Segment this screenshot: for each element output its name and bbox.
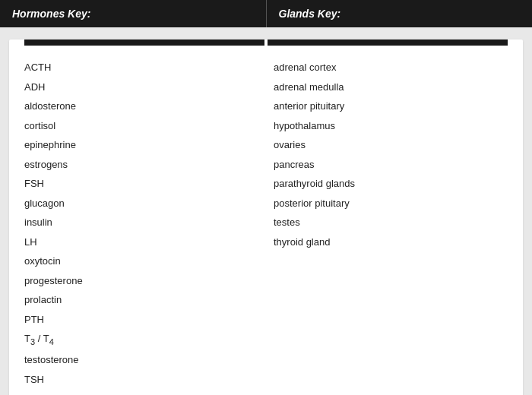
list-item: estrogens [24,155,258,175]
list-item: thyroid gland [274,232,508,252]
list-item: aldosterone [24,96,258,116]
list-item: parathyroid glands [274,174,508,194]
list-item: glucagon [24,194,258,213]
list-item: prolactin [24,290,258,310]
list-item: ovaries [274,135,508,155]
list-item: epinephrine [24,135,258,155]
list-item: TSH [24,370,258,390]
list-item: hypothalamus [274,116,508,136]
list-item: oxytocin [24,251,258,271]
glands-column: adrenal cortex adrenal medulla anterior … [266,58,508,389]
content-area: ACTH ADH aldosterone cortisol epinephrin… [9,58,523,389]
main-card: ACTH ADH aldosterone cortisol epinephrin… [9,40,523,395]
hormones-key-header: Hormones Key: [0,0,267,27]
left-divider-bar [24,40,264,46]
list-item: testosterone [24,350,258,370]
list-item: adrenal cortex [274,58,508,77]
list-item: insulin [24,213,258,232]
list-item: progesterone [24,271,258,291]
list-item: anterior pituitary [274,96,508,116]
glands-key-label: Glands Key: [279,8,341,20]
list-item: T3 / T4 [24,329,258,350]
list-item: posterior pituitary [274,194,508,213]
list-item: PTH [24,310,258,330]
subscript-3: 3 [30,337,35,346]
subscript-4: 4 [49,337,54,346]
list-item: cortisol [24,116,258,136]
list-item: ADH [24,77,258,97]
list-item: testes [274,213,508,232]
right-divider-bar [268,40,508,46]
list-item: adrenal medulla [274,77,508,97]
hormones-key-label: Hormones Key: [12,8,90,20]
header-bar: Hormones Key: Glands Key: [0,0,532,27]
list-item: pancreas [274,155,508,175]
list-item: ACTH [24,58,258,77]
list-item: LH [24,232,258,252]
list-item: FSH [24,174,258,194]
hormones-column: ACTH ADH aldosterone cortisol epinephrin… [24,58,266,389]
glands-key-header: Glands Key: [267,0,533,27]
